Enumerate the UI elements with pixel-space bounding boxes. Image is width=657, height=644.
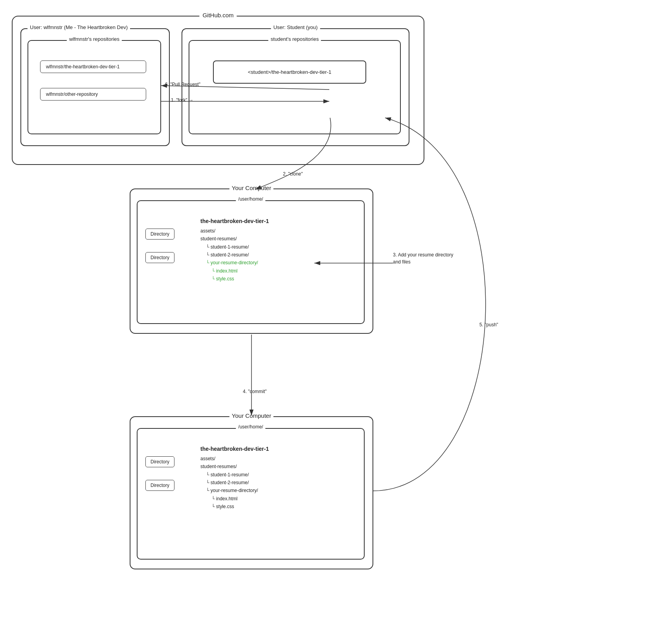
student-repos-box: student's repositories <student>/the-hea…: [189, 40, 401, 134]
dir-btn-1-lower: Directory: [145, 456, 174, 467]
home-box-upper: /user/home/ Directory Directory the-hear…: [137, 200, 365, 324]
computer-label-lower: Your Computer: [229, 412, 273, 419]
diagram-container: GitHub.com User: wlfmnstr (Me - The Hear…: [0, 0, 657, 644]
wlf-repos-label: wlfmnstr's repositories: [67, 36, 122, 42]
dir-btn-1-upper: Directory: [145, 229, 174, 240]
wlf-repo-1: wlfmnstr/the-heartbroken-dev-tier-1: [40, 60, 146, 73]
file-tree-lower: the-heartbroken-dev-tier-1 assets/ stude…: [200, 445, 269, 511]
computer-box-lower: Your Computer /user/home/ Directory Dire…: [130, 416, 373, 569]
repo-title-upper: the-heartbroken-dev-tier-1: [200, 217, 269, 226]
home-label-lower: /user/home/: [236, 424, 265, 430]
student-repos-label: student's repositories: [268, 36, 321, 42]
commit-label: 4. "commit": [243, 389, 267, 394]
repo-title-lower: the-heartbroken-dev-tier-1: [200, 445, 269, 454]
wlf-repo-2: wlfmnstr/other-repository: [40, 88, 146, 101]
add-resume-label: 3. Add your resume directory and files: [393, 251, 456, 265]
wlf-user-label: User: wlfmnstr (Me - The Heartbroken Dev…: [28, 24, 130, 30]
student-repo-item: <student>/the-heartbroken-dev-tier-1: [213, 60, 366, 84]
fork-label: 1. "fork" →: [171, 97, 193, 103]
home-label-upper: /user/home/: [236, 196, 265, 202]
wlf-repos-box: wlfmnstr's repositories wlfmnstr/the-hea…: [28, 40, 161, 134]
clone-label: 2. "clone": [283, 171, 303, 177]
push-label: 5. "push": [479, 322, 498, 327]
github-label: GitHub.com: [199, 12, 237, 18]
pull-request-label: 6. "Pull Request": [165, 82, 200, 87]
student-user-label: User: Student (you): [271, 24, 320, 30]
github-box: GitHub.com User: wlfmnstr (Me - The Hear…: [12, 16, 424, 165]
computer-box-upper: Your Computer /user/home/ Directory Dire…: [130, 188, 373, 334]
wlf-user-box: User: wlfmnstr (Me - The Heartbroken Dev…: [20, 28, 170, 146]
dir-btn-2-upper: Directory: [145, 252, 174, 263]
home-box-lower: /user/home/ Directory Directory the-hear…: [137, 428, 365, 560]
computer-label-upper: Your Computer: [229, 185, 273, 191]
student-user-box: User: Student (you) student's repositori…: [182, 28, 409, 146]
dir-btn-2-lower: Directory: [145, 480, 174, 491]
file-tree-upper: the-heartbroken-dev-tier-1 assets/ stude…: [200, 217, 269, 283]
